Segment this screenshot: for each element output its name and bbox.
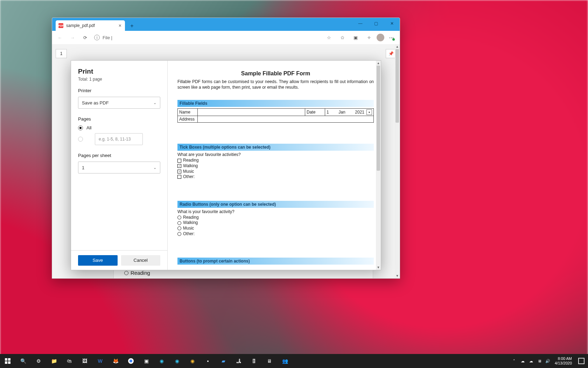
pdf-title: Sample Fillable PDF Form: [177, 70, 374, 77]
date-picker-icon[interactable]: ▾: [366, 109, 372, 115]
fillable-table: Name Date 1 Jan 2021 ▾: [177, 108, 374, 123]
radio-on-icon: [78, 125, 83, 130]
print-options-pane: Print Total: 1 page Printer Save as PDF …: [71, 61, 168, 270]
date-label-cell: Date: [305, 109, 325, 116]
date-month: Jan: [338, 110, 345, 115]
viewport-scrollbar[interactable]: ▲ ▼: [395, 44, 400, 278]
firefox-icon[interactable]: 🦊: [108, 354, 123, 368]
new-tab-button[interactable]: +: [127, 21, 137, 31]
preview-scrollbar-thumb[interactable]: [377, 66, 380, 171]
pages-range-input[interactable]: e.g. 1-5, 8, 11-13: [95, 133, 143, 145]
tick-opt-reading[interactable]: Reading: [177, 158, 374, 163]
favorites-list-icon[interactable]: ✩: [337, 32, 348, 43]
tab-sample-pdf[interactable]: PDF sample_pdf.pdf ×: [56, 20, 125, 31]
teams-icon[interactable]: 👥: [277, 354, 293, 368]
preview-scrollbar[interactable]: ▲ ▼: [376, 61, 381, 270]
print-preview-pane: Sample Fillable PDF Form Fillable PDF fo…: [168, 61, 381, 270]
svg-rect-1: [8, 358, 10, 361]
cancel-button[interactable]: Cancel: [121, 255, 161, 266]
chevron-down-icon: ⌄: [153, 165, 156, 170]
printer-select[interactable]: Save as PDF ⌄: [78, 97, 160, 109]
tray-expand-icon[interactable]: ˄: [510, 359, 518, 363]
reload-button[interactable]: ⟳: [79, 32, 91, 43]
file-explorer-icon[interactable]: 📁: [46, 354, 62, 368]
collections-icon[interactable]: ▣: [350, 32, 361, 43]
network-icon[interactable]: 🖥: [535, 359, 544, 363]
radio-opt-music[interactable]: Music: [177, 226, 374, 231]
favorite-star-icon[interactable]: ☆: [323, 32, 335, 43]
maximize-button[interactable]: ▢: [368, 18, 384, 29]
forward-button[interactable]: →: [67, 32, 78, 43]
bg-opt-walking: Walking: [131, 277, 149, 278]
start-button[interactable]: [0, 354, 15, 368]
svg-point-5: [130, 360, 132, 362]
address-text: File |: [103, 35, 112, 40]
name-label-cell: Name: [178, 109, 198, 116]
pdf-intro: Fillable PDF forms can be customised to …: [177, 79, 374, 90]
profile-icon[interactable]: ✧: [363, 32, 374, 43]
date-day: 1: [327, 110, 329, 115]
radio-opt-walking[interactable]: Walking: [177, 220, 374, 226]
close-window-button[interactable]: ✕: [384, 18, 400, 29]
tick-opt-walking[interactable]: ✓Walking: [177, 163, 374, 169]
save-button[interactable]: Save: [78, 255, 118, 266]
radio-opt-reading[interactable]: Reading: [177, 215, 374, 220]
radio-opt-other[interactable]: Other:: [177, 231, 374, 237]
address-bar[interactable]: i File |: [92, 35, 322, 40]
onedrive-icon[interactable]: ☁: [518, 359, 527, 363]
settings-menu-button[interactable]: ···: [386, 32, 398, 43]
tab-strip: PDF sample_pdf.pdf × + — ▢ ✕: [52, 18, 400, 31]
chevron-down-icon: ⌄: [153, 101, 156, 105]
radio-off-icon: [78, 137, 83, 142]
pages-all-radio[interactable]: All: [78, 125, 160, 130]
date-year: 2021: [355, 110, 364, 115]
pages-range-radio[interactable]: e.g. 1-5, 8, 11-13: [78, 133, 160, 145]
back-button[interactable]: ←: [54, 32, 65, 43]
powershell-icon[interactable]: ▰: [216, 354, 231, 368]
taskbar: 🔍 ⚙ 📁 🛍 🖼 W 🦊 ▣ ◉ ◉ ◉ ▪ ▰ 🏞 🎛 🖥 👥 ˄ ☁ ☁ …: [0, 354, 588, 368]
edge-canary-icon[interactable]: ◉: [185, 354, 200, 368]
tick-opt-music[interactable]: ✓Music: [177, 169, 374, 175]
printer-label: Printer: [78, 88, 160, 93]
settings-gear-icon[interactable]: ⚙: [31, 354, 46, 368]
section-fillable-header: Fillable Fields: [177, 100, 374, 107]
system-tray: ˄ ☁ ☁ 🖥 🔊 8:00 AM 4/13/2020: [510, 354, 588, 368]
scrollbar-thumb[interactable]: [396, 49, 399, 123]
name-input-cell[interactable]: [198, 109, 305, 116]
powertoys-icon[interactable]: 🎛: [246, 354, 262, 368]
cmd-icon[interactable]: ▪: [200, 354, 216, 368]
svg-rect-0: [5, 358, 7, 361]
pages-per-sheet-select[interactable]: 1 ⌄: [78, 162, 160, 173]
pages-all-text: All: [86, 125, 91, 130]
terminal-icon[interactable]: ▣: [139, 354, 154, 368]
chrome-icon[interactable]: [123, 354, 139, 368]
pages-range-placeholder: e.g. 1-5, 8, 11-13: [99, 137, 131, 142]
page-number-indicator[interactable]: 1: [56, 49, 67, 58]
section-radio-header: Radio Buttons (only one option can be se…: [177, 201, 374, 208]
store-icon[interactable]: 🛍: [62, 354, 77, 368]
taskbar-clock[interactable]: 8:00 AM 4/13/2020: [552, 356, 575, 365]
volume-icon[interactable]: 🔊: [544, 359, 552, 363]
remote-desktop-icon[interactable]: 🖥: [262, 354, 277, 368]
photos-icon[interactable]: 🖼: [77, 354, 92, 368]
clock-date: 4/13/2020: [555, 361, 572, 366]
tick-question: What are your favourite activities?: [177, 152, 374, 157]
edge-beta-icon[interactable]: ◉: [169, 354, 185, 368]
user-avatar[interactable]: [377, 34, 384, 41]
minimize-button[interactable]: —: [352, 18, 368, 29]
pps-label: Pages per sheet: [78, 153, 160, 158]
browser-toolbar: ← → ⟳ i File | ☆ ✩ ▣ ✧ ···: [52, 31, 400, 45]
radio-question: What is your favourite activity?: [177, 209, 374, 214]
search-button[interactable]: 🔍: [15, 354, 31, 368]
address-input-cell[interactable]: [198, 116, 374, 123]
edge-icon[interactable]: ◉: [154, 354, 169, 368]
close-tab-button[interactable]: ×: [119, 23, 121, 28]
photos2-icon[interactable]: 🏞: [231, 354, 246, 368]
tick-opt-other[interactable]: Other:: [177, 174, 374, 180]
clock-time: 8:00 AM: [558, 356, 572, 361]
address-label-cell: Address: [178, 116, 198, 123]
weather-icon[interactable]: ☁: [527, 359, 535, 363]
word-icon[interactable]: W: [92, 354, 108, 368]
action-center-button[interactable]: [575, 354, 588, 368]
print-dialog: Print Total: 1 page Printer Save as PDF …: [71, 60, 381, 270]
